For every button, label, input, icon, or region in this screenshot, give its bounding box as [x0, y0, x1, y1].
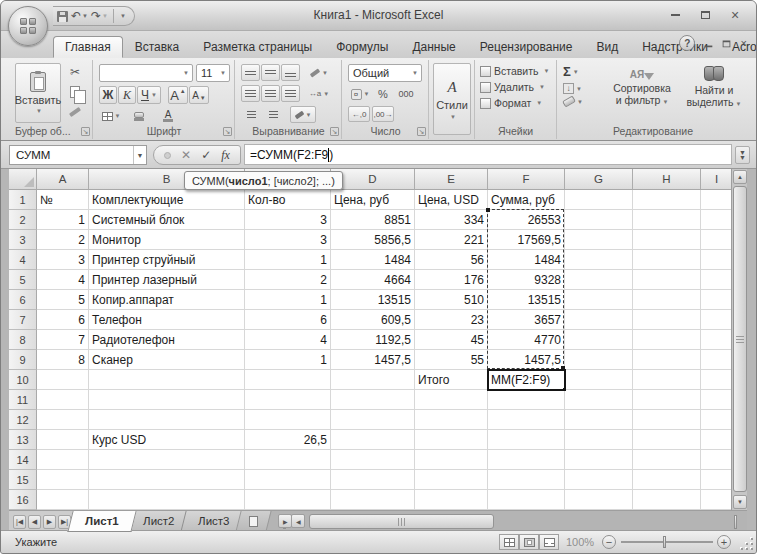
cell-A12[interactable] — [37, 410, 89, 430]
cell-C11[interactable] — [245, 390, 331, 410]
cell-C1[interactable]: Кол-во — [245, 190, 331, 210]
cell-G13[interactable] — [565, 430, 633, 450]
cell-F1[interactable]: Сумма, руб — [488, 190, 565, 210]
cell-F6[interactable]: 13515 — [488, 290, 565, 310]
cell-H15[interactable] — [633, 470, 701, 490]
cell-A7[interactable]: 6 — [37, 310, 89, 330]
cell-C15[interactable] — [245, 470, 331, 490]
cell-D7[interactable]: 609,5 — [331, 310, 415, 330]
cell-F13[interactable] — [488, 430, 565, 450]
cell-D3[interactable]: 5856,5 — [331, 230, 415, 250]
close-button[interactable]: × — [724, 7, 746, 22]
alignment-dialog-launcher[interactable]: ↘ — [330, 127, 339, 136]
cell-H6[interactable] — [633, 290, 701, 310]
align-right-button[interactable] — [281, 85, 300, 102]
row-header-9[interactable]: 9 — [9, 350, 37, 370]
borders-button[interactable]: ▼ — [99, 108, 123, 124]
cell-B7[interactable]: Телефон — [89, 310, 245, 330]
align-center-button[interactable] — [261, 85, 280, 102]
cell-A9[interactable]: 8 — [37, 350, 89, 370]
orientation-dropdown-icon[interactable]: ▼ — [322, 70, 328, 76]
italic-button[interactable]: К — [118, 86, 136, 104]
cell-I8[interactable] — [701, 330, 733, 350]
cell-H10[interactable] — [633, 370, 701, 390]
cell-A13[interactable] — [37, 430, 89, 450]
cell-D12[interactable] — [331, 410, 415, 430]
name-box[interactable]: СУММ ▼ — [9, 145, 147, 165]
cell-I5[interactable] — [701, 270, 733, 290]
cell-F9[interactable]: 1457,5 — [488, 350, 565, 370]
cell-D4[interactable]: 1484 — [331, 250, 415, 270]
cell-G6[interactable] — [565, 290, 633, 310]
cell-C12[interactable] — [245, 410, 331, 430]
cell-H8[interactable] — [633, 330, 701, 350]
cell-E1[interactable]: Цена, USD — [415, 190, 488, 210]
worksheet-grid[interactable]: ABCDEFGHI1№КомплектующиеКол-воЦена, рубЦ… — [9, 169, 733, 510]
font-dialog-launcher[interactable]: ↘ — [223, 127, 232, 136]
decrease-indent-button[interactable] — [241, 106, 262, 123]
scroll-right-button[interactable]: ▶ — [278, 514, 292, 528]
cell-A14[interactable] — [37, 450, 89, 470]
cell-D15[interactable] — [331, 470, 415, 490]
cell-H9[interactable] — [633, 350, 701, 370]
cell-A5[interactable]: 4 — [37, 270, 89, 290]
scroll-down-button[interactable]: ▼ — [733, 495, 747, 509]
borders-dropdown-icon[interactable]: ▼ — [115, 113, 121, 119]
cell-C5[interactable]: 2 — [245, 270, 331, 290]
ribbon-tab-Данные[interactable]: Данные — [400, 36, 467, 58]
cell-F5[interactable]: 9328 — [488, 270, 565, 290]
cell-I3[interactable] — [701, 230, 733, 250]
edit-cell-F10[interactable]: ММ(F2:F9) — [487, 369, 566, 391]
row-header-10[interactable]: 10 — [9, 370, 37, 390]
normal-view-button[interactable] — [499, 534, 519, 550]
cell-H7[interactable] — [633, 310, 701, 330]
cell-E5[interactable]: 176 — [415, 270, 488, 290]
cell-E16[interactable] — [415, 490, 488, 510]
column-header-E[interactable]: E — [415, 169, 488, 190]
cell-I1[interactable] — [701, 190, 733, 210]
cell-F15[interactable] — [488, 470, 565, 490]
cell-I10[interactable] — [701, 370, 733, 390]
cell-C7[interactable]: 6 — [245, 310, 331, 330]
cell-A16[interactable] — [37, 490, 89, 510]
column-header-H[interactable]: H — [633, 169, 701, 190]
next-sheet-button[interactable]: ▶ — [43, 515, 56, 529]
horizontal-scroll-thumb[interactable] — [309, 514, 494, 529]
cell-C6[interactable]: 1 — [245, 290, 331, 310]
cell-B3[interactable]: Монитор — [89, 230, 245, 250]
cell-F8[interactable]: 4770 — [488, 330, 565, 350]
merge-dropdown-icon[interactable]: ▼ — [323, 91, 329, 97]
scrollbar-resize-handle[interactable] — [734, 515, 737, 529]
cell-D11[interactable] — [331, 390, 415, 410]
ribbon-tab-Вставка[interactable]: Вставка — [123, 36, 192, 58]
cell-F3[interactable]: 17569,5 — [488, 230, 565, 250]
decrease-decimal-button[interactable]: ,00→ — [372, 106, 394, 122]
cell-H2[interactable] — [633, 210, 701, 230]
font-color-button[interactable]: А — [155, 108, 181, 124]
row-header-15[interactable]: 15 — [9, 470, 37, 490]
column-header-F[interactable]: F — [488, 169, 565, 190]
workbook-close-button[interactable]: × — [741, 37, 747, 50]
cell-F4[interactable]: 1484 — [488, 250, 565, 270]
find-select-dropdown-icon[interactable]: ▼ — [736, 101, 742, 107]
cell-F11[interactable] — [488, 390, 565, 410]
cell-A1[interactable]: № — [37, 190, 89, 210]
cell-I2[interactable] — [701, 210, 733, 230]
fill-button[interactable]: ↓▼ — [563, 83, 583, 94]
row-header-5[interactable]: 5 — [9, 270, 37, 290]
cell-C16[interactable] — [245, 490, 331, 510]
cell-G9[interactable] — [565, 350, 633, 370]
cell-C9[interactable]: 1 — [245, 350, 331, 370]
cell-B8[interactable]: Радиотелефон — [89, 330, 245, 350]
cell-D14[interactable] — [331, 450, 415, 470]
font-size-combo[interactable]: 11▼ — [196, 64, 230, 82]
number-format-combo[interactable]: Общий▼ — [348, 64, 422, 82]
cell-D13[interactable] — [331, 430, 415, 450]
insert-cells-button[interactable]: Вставить▼ — [480, 65, 549, 77]
prev-sheet-button[interactable]: ◀ — [28, 515, 41, 529]
find-select-button[interactable]: Найти ивыделить▼ — [683, 64, 745, 110]
cell-B1[interactable]: Комплектующие — [89, 190, 245, 210]
clear-dropdown-icon[interactable]: ▼ — [577, 99, 583, 105]
format-cells-dropdown-icon[interactable]: ▼ — [536, 100, 542, 106]
zoom-in-button[interactable]: + — [717, 535, 731, 549]
